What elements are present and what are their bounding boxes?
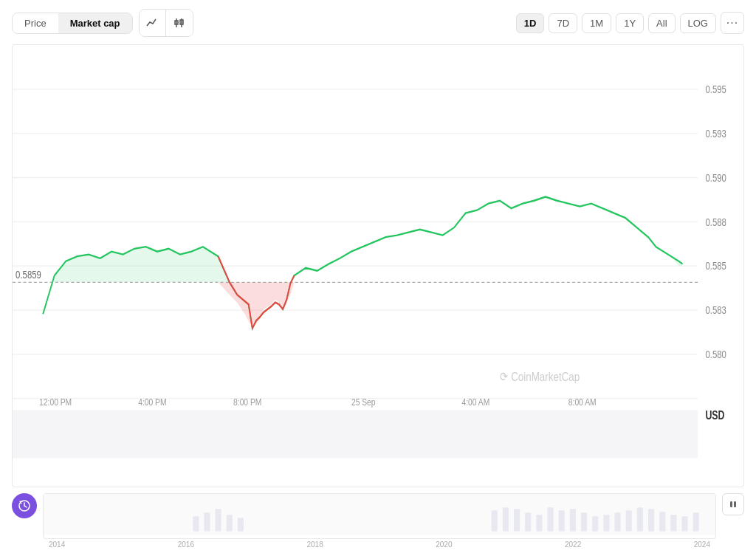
svg-text:⟳ CoinMarketCap: ⟳ CoinMarketCap xyxy=(500,370,580,384)
svg-rect-40 xyxy=(238,518,244,532)
svg-rect-55 xyxy=(648,509,654,532)
svg-text:0.585: 0.585 xyxy=(705,260,726,272)
svg-text:0.595: 0.595 xyxy=(705,83,726,96)
svg-rect-54 xyxy=(637,508,643,532)
svg-rect-50 xyxy=(592,517,598,532)
svg-rect-44 xyxy=(525,513,531,532)
svg-rect-36 xyxy=(193,517,199,532)
svg-rect-42 xyxy=(503,508,509,532)
svg-text:8:00 PM: 8:00 PM xyxy=(233,397,261,407)
pause-button[interactable] xyxy=(722,493,744,515)
mini-chart-container: 2014 2016 2018 2020 2022 2024 xyxy=(43,493,716,550)
svg-rect-23 xyxy=(13,45,698,282)
period-1y-button[interactable]: 1Y xyxy=(616,13,644,33)
svg-rect-37 xyxy=(204,513,210,532)
chart-wrapper: 0.5859 0.595 0.593 0.590 0.588 0.585 0.5… xyxy=(12,44,744,550)
svg-text:0.5859: 0.5859 xyxy=(16,269,41,281)
year-labels: 2014 2016 2018 2020 2022 2024 xyxy=(43,539,716,550)
year-2016: 2016 xyxy=(178,540,194,549)
chart-style-group xyxy=(139,9,193,37)
period-1m-button[interactable]: 1M xyxy=(582,13,611,33)
period-all-button[interactable]: All xyxy=(648,13,675,33)
line-chart-button[interactable] xyxy=(140,10,166,36)
svg-rect-61 xyxy=(734,501,736,507)
year-2022: 2022 xyxy=(565,540,581,549)
svg-text:0.580: 0.580 xyxy=(705,349,726,361)
svg-rect-52 xyxy=(615,513,621,532)
year-2024: 2024 xyxy=(694,540,710,549)
svg-text:4:00 AM: 4:00 AM xyxy=(461,397,489,407)
svg-text:12:00 PM: 12:00 PM xyxy=(39,397,72,407)
svg-rect-45 xyxy=(536,515,542,532)
svg-rect-48 xyxy=(570,509,576,532)
more-options-button[interactable]: ··· xyxy=(721,12,744,34)
svg-text:4:00 PM: 4:00 PM xyxy=(138,397,166,407)
svg-text:0.588: 0.588 xyxy=(705,216,726,228)
svg-text:0.593: 0.593 xyxy=(705,128,726,140)
svg-text:25 Sep: 25 Sep xyxy=(351,397,376,407)
toolbar-right: 1D 7D 1M 1Y All LOG ··· xyxy=(516,12,744,34)
bottom-row: 2014 2016 2018 2020 2022 2024 xyxy=(12,493,744,550)
svg-rect-49 xyxy=(581,513,587,532)
tab-price[interactable]: Price xyxy=(13,13,58,33)
svg-rect-56 xyxy=(659,512,665,532)
svg-text:8:00 AM: 8:00 AM xyxy=(568,397,597,407)
svg-rect-58 xyxy=(682,517,688,532)
svg-text:0.583: 0.583 xyxy=(705,304,726,317)
svg-text:0.590: 0.590 xyxy=(705,171,726,184)
chart-main[interactable]: 0.5859 0.595 0.593 0.590 0.588 0.585 0.5… xyxy=(12,44,744,487)
toolbar: Price Market cap xyxy=(12,9,744,37)
svg-rect-51 xyxy=(603,515,609,532)
year-2014: 2014 xyxy=(49,540,65,549)
chart-type-tabs: Price Market cap xyxy=(12,13,133,34)
svg-rect-53 xyxy=(626,511,632,532)
log-scale-button[interactable]: LOG xyxy=(680,13,716,33)
svg-rect-39 xyxy=(227,515,233,532)
year-2020: 2020 xyxy=(436,540,452,549)
svg-text:USD: USD xyxy=(705,409,724,422)
svg-marker-25 xyxy=(43,197,682,315)
svg-rect-38 xyxy=(216,509,221,532)
toolbar-left: Price Market cap xyxy=(12,9,193,37)
svg-rect-43 xyxy=(514,509,520,532)
svg-rect-24 xyxy=(13,282,698,410)
svg-rect-59 xyxy=(693,513,699,532)
period-7d-button[interactable]: 7D xyxy=(549,13,577,33)
price-chart-svg: 0.5859 0.595 0.593 0.590 0.588 0.585 0.5… xyxy=(13,45,743,487)
svg-rect-22 xyxy=(13,410,698,458)
svg-rect-46 xyxy=(548,508,554,532)
svg-rect-57 xyxy=(670,515,676,532)
history-button[interactable] xyxy=(12,493,37,518)
tab-market-cap[interactable]: Market cap xyxy=(58,13,132,33)
svg-rect-41 xyxy=(492,511,498,532)
svg-rect-60 xyxy=(730,501,732,507)
svg-rect-47 xyxy=(559,511,565,532)
year-2018: 2018 xyxy=(307,540,323,549)
period-1d-button[interactable]: 1D xyxy=(516,13,545,33)
candle-chart-button[interactable] xyxy=(166,10,193,36)
mini-chart[interactable] xyxy=(43,493,716,539)
